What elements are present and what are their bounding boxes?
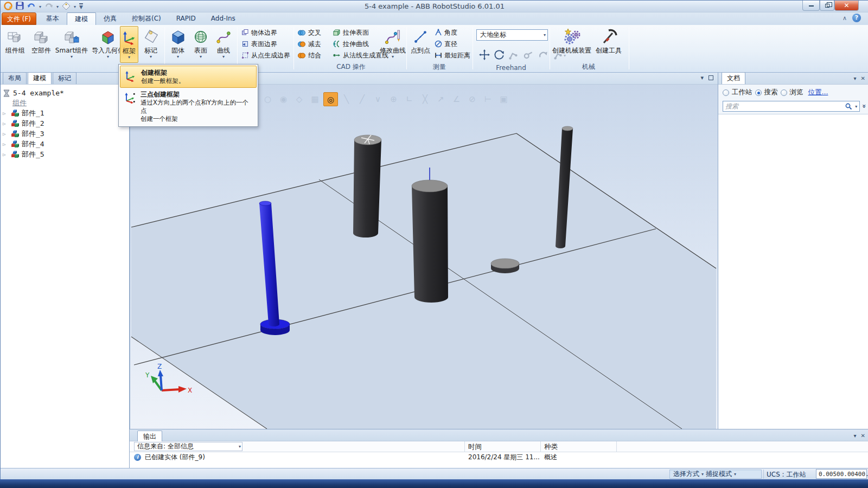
- output-message-row[interactable]: i 已创建实体 (部件_9) 2016/2/24 星期三 11... 概述: [130, 452, 868, 462]
- freehand-rotate-icon[interactable]: [493, 49, 505, 62]
- empty-part-button[interactable]: 空部件: [29, 26, 54, 63]
- tab-output[interactable]: 输出: [137, 431, 162, 442]
- expander-icon[interactable]: ▷: [3, 142, 8, 147]
- tab-basic[interactable]: 基本: [39, 12, 67, 25]
- viewport-tool-icon[interactable]: ▣: [496, 92, 511, 106]
- smart-component-button[interactable]: Smart组件 ▾: [55, 26, 88, 63]
- freehand-move-icon[interactable]: [478, 49, 490, 62]
- angle-button[interactable]: 角度: [435, 28, 470, 37]
- help-icon[interactable]: ?: [852, 14, 861, 22]
- part-cylinder-large[interactable]: [412, 168, 448, 303]
- tree-item-part3[interactable]: ▷ 部件_3: [3, 129, 127, 139]
- collapse-ribbon-icon[interactable]: ∧: [843, 15, 847, 22]
- viewport-snap-center-icon[interactable]: ◎: [323, 92, 338, 106]
- tree-item-part2[interactable]: ▷ 部件_2: [3, 118, 127, 129]
- search-options-caret-icon[interactable]: ▾: [852, 104, 857, 109]
- tab-file[interactable]: 文件 (F): [2, 12, 36, 25]
- ucs-indicator[interactable]: UCS : 工作站: [767, 470, 806, 479]
- tree-item-part5[interactable]: ▷ 部件_5: [3, 149, 127, 159]
- documents-close-icon[interactable]: ✕: [861, 75, 865, 81]
- import-geometry-caret-icon: ▾: [107, 54, 109, 59]
- freehand-reference-combobox[interactable]: 大地坐标 ▾: [476, 29, 548, 41]
- close-button[interactable]: ✕: [834, 1, 859, 11]
- viewport-tool-icon[interactable]: ◉: [276, 92, 291, 106]
- surface-boundary-button[interactable]: 表面边界: [241, 39, 290, 49]
- viewport-tool-icon[interactable]: ↗: [433, 92, 448, 106]
- expander-icon[interactable]: ▷: [3, 121, 8, 126]
- minimize-button[interactable]: [802, 1, 820, 11]
- menu-item-three-point-frame[interactable]: 三点创建框架 通过X方向上的两个点和Y方向上的一个点 创建一个框架: [120, 88, 257, 125]
- status-bar: 选择方式 ▾ 捕捉模式 ▾ UCS : 工作站 0.00 500.00 400.…: [1, 468, 868, 479]
- viewport-tool-icon[interactable]: ◇: [292, 92, 307, 106]
- curve-icon: [215, 27, 232, 47]
- tab-rapid[interactable]: RAPID: [169, 12, 203, 25]
- tab-layout[interactable]: 布局: [3, 72, 27, 84]
- menu-item-create-frame[interactable]: 创建框架 创建一般框架。: [120, 66, 257, 88]
- radio-station[interactable]: [723, 89, 729, 96]
- shortest-distance-button[interactable]: 最短距离: [435, 50, 470, 60]
- union-button[interactable]: 结合: [297, 50, 321, 60]
- subtract-button[interactable]: 减去: [297, 39, 321, 49]
- output-panel: 输出 ▾ ✕ 信息来自: 全部信息 ▾ 时间 种类 i 已创建实体 (部件_9)…: [130, 429, 868, 468]
- output-close-icon[interactable]: ✕: [861, 433, 865, 439]
- components-group-node[interactable]: 组件: [12, 98, 127, 108]
- intersect-button[interactable]: 交叉: [297, 28, 321, 37]
- diameter-button[interactable]: 直径: [435, 39, 470, 49]
- viewport-tool-icon[interactable]: ⊘: [465, 92, 480, 106]
- object-boundary-button[interactable]: 物体边界: [241, 28, 290, 37]
- expand-search-icon[interactable]: »: [860, 104, 868, 108]
- station-node[interactable]: 5-4 example*: [3, 88, 127, 98]
- component-group-button[interactable]: 组件组: [3, 26, 28, 63]
- viewport-tool-icon[interactable]: ▦: [308, 92, 322, 106]
- surface-button[interactable]: 表面 ▾: [190, 26, 211, 63]
- radio-browse[interactable]: [781, 89, 787, 96]
- viewport-tool-icon[interactable]: ○: [260, 92, 275, 106]
- message-source-combobox[interactable]: 信息来自: 全部信息 ▾: [134, 442, 242, 451]
- modify-curve-button[interactable]: 修改曲线 ▾: [380, 26, 405, 63]
- tree-item-part1[interactable]: ▷ 部件_1: [3, 108, 127, 118]
- viewport-tool-icon[interactable]: ∠: [449, 92, 464, 106]
- frame-button[interactable]: 框架 ▾: [120, 26, 138, 63]
- radio-search[interactable]: [755, 89, 762, 96]
- tab-addins[interactable]: Add-Ins: [203, 12, 243, 25]
- expander-icon[interactable]: ▷: [3, 111, 8, 116]
- tab-controller[interactable]: 控制器(C): [124, 12, 169, 25]
- viewport-tool-icon[interactable]: ⊢: [481, 92, 495, 106]
- viewport-tool-icon[interactable]: ╲: [339, 92, 354, 106]
- solid-button[interactable]: 固体 ▾: [168, 26, 188, 63]
- marker-button[interactable]: 标记 ▾: [141, 26, 161, 63]
- create-mechanism-button[interactable]: 创建机械装置: [552, 26, 592, 63]
- viewport-tool-icon[interactable]: ∨: [371, 92, 385, 106]
- part-cylinder-tall[interactable]: [353, 135, 381, 237]
- point-to-point-button[interactable]: 点到点: [409, 26, 432, 63]
- viewport-tool-icon[interactable]: ╱: [355, 92, 369, 106]
- tab-modeling-browser[interactable]: 建模: [28, 72, 52, 84]
- part-disc[interactable]: [491, 259, 519, 273]
- search-icon[interactable]: [845, 102, 852, 110]
- output-menu-caret-icon[interactable]: ▾: [854, 433, 857, 439]
- selection-mode-button[interactable]: 选择方式 ▾: [673, 470, 704, 479]
- expander-icon[interactable]: ▷: [3, 152, 8, 157]
- location-link[interactable]: 位置...: [808, 88, 828, 97]
- expander-icon[interactable]: ▷: [3, 131, 8, 137]
- restore-button[interactable]: [820, 1, 834, 11]
- documents-menu-caret-icon[interactable]: ▾: [854, 75, 857, 81]
- tab-modeling[interactable]: 建模: [67, 12, 96, 25]
- create-tool-button[interactable]: 创建工具: [593, 26, 624, 63]
- tab-tags[interactable]: 标记: [53, 72, 76, 84]
- snap-mode-button[interactable]: 捕捉模式 ▾: [706, 470, 736, 479]
- curve-button[interactable]: 曲线 ▾: [213, 26, 234, 63]
- mechanism-group-label: 机械: [553, 62, 624, 72]
- search-input[interactable]: [725, 102, 845, 110]
- viewport-tool-icon[interactable]: ╳: [418, 92, 432, 106]
- tree-item-part4[interactable]: ▷ 部件_4: [3, 139, 127, 149]
- boundary-from-points-button[interactable]: 从点生成边界: [241, 50, 290, 60]
- tab-simulation[interactable]: 仿真: [96, 12, 124, 25]
- viewport-menu-caret-icon[interactable]: ▾: [700, 74, 704, 81]
- viewport-tool-icon[interactable]: ∟: [402, 92, 417, 106]
- 3d-viewport[interactable]: ○ ◉ ◇ ▦ ◎ ╲ ╱ ∨ ⊕ ∟ ╳ ↗ ∠ ⊘ ⊢ ▣: [130, 85, 718, 429]
- viewport-tool-icon[interactable]: ⊕: [386, 92, 401, 106]
- tab-documents[interactable]: 文档: [722, 72, 745, 84]
- viewport-maximize-icon[interactable]: [709, 75, 713, 80]
- documents-list[interactable]: [718, 114, 868, 440]
